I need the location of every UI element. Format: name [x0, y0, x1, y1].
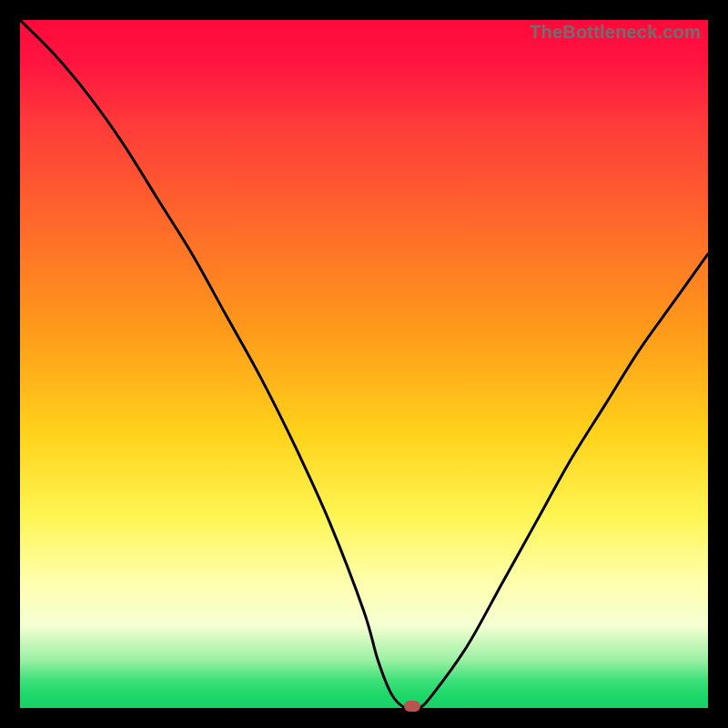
- plot-area: TheBottleneck.com: [20, 20, 708, 708]
- bottleneck-curve: [20, 20, 708, 708]
- chart-frame: { "watermark": "TheBottleneck.com", "mar…: [0, 0, 728, 728]
- bottleneck-point-marker: [404, 701, 420, 712]
